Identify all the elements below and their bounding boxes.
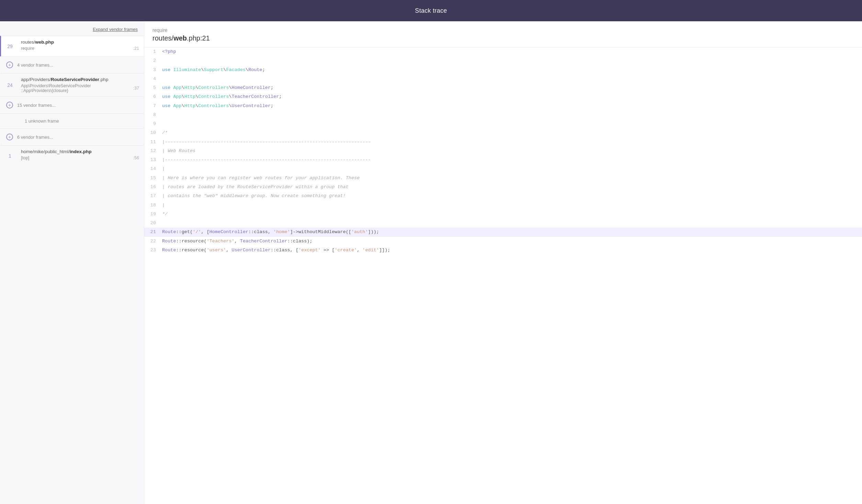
code-line-10: 10/*	[144, 128, 862, 137]
code-line-16: 16| routes are loaded by the RouteServic…	[144, 183, 862, 192]
line-number-13: 13	[144, 156, 162, 164]
frame-number-24: 24	[1, 73, 19, 96]
code-area: 1<?php2 3use Illuminate\Support\Facades\…	[144, 47, 862, 255]
line-code-16: | routes are loaded by the RouteServiceP…	[162, 183, 862, 192]
code-line-20: 20	[144, 219, 862, 228]
frame-item-1[interactable]: 1 home/mike/public_html/index.php [top] …	[0, 145, 144, 166]
frame-class-29: require	[21, 46, 34, 51]
line-number-11: 11	[144, 138, 162, 147]
code-line-4: 4	[144, 75, 862, 83]
code-line-5: 5use App\Http\Controllers\HomeController…	[144, 83, 862, 92]
unknown-frame-row: 1 unknown frame	[0, 113, 144, 128]
line-number-6: 6	[144, 92, 162, 101]
frame-item-29[interactable]: 29 routes/web.php require :21	[0, 36, 144, 56]
line-code-10: /*	[162, 128, 862, 137]
frame-meta-29: require :21	[21, 46, 139, 51]
line-number-14: 14	[144, 164, 162, 173]
line-number-4: 4	[144, 75, 162, 83]
line-code-11: |---------------------------------------…	[162, 138, 862, 147]
code-line-8: 8	[144, 111, 862, 119]
frame-class-1: [top]	[21, 156, 29, 160]
line-code-8	[162, 111, 862, 119]
code-line-2: 2	[144, 56, 862, 65]
line-code-1: <?php	[162, 47, 862, 56]
line-number-1: 1	[144, 47, 162, 56]
page-title: Stack trace	[415, 7, 447, 14]
code-line-7: 7use App\Http\Controllers\UserController…	[144, 102, 862, 111]
line-code-17: | contains the "web" middleware group. N…	[162, 192, 862, 201]
line-number-19: 19	[144, 210, 162, 219]
unknown-frame-label: 1 unknown frame	[25, 118, 59, 124]
line-number-20: 20	[144, 219, 162, 228]
line-number-12: 12	[144, 147, 162, 156]
stack-trace-panel: Expand vendor frames 29 routes/web.php r…	[0, 21, 144, 504]
plus-icon-4: +	[6, 61, 13, 68]
line-code-6: use App\Http\Controllers\TeacherControll…	[162, 92, 862, 101]
line-code-4	[162, 75, 862, 83]
line-number-9: 9	[144, 119, 162, 128]
code-line-1: 1<?php	[144, 47, 862, 56]
line-code-18: |	[162, 201, 862, 210]
line-code-21: Route::get('/', [HomeController::class, …	[162, 228, 862, 237]
code-file-title: routes/web.php:21	[152, 34, 854, 42]
line-code-23: Route::resource('users', UserController:…	[162, 246, 862, 255]
line-number-8: 8	[144, 111, 162, 119]
frame-file-suffix-24: .php	[99, 77, 108, 82]
line-number-16: 16	[144, 183, 162, 192]
line-code-5: use App\Http\Controllers\HomeController;	[162, 83, 862, 92]
line-code-19: */	[162, 210, 862, 219]
line-code-7: use App\Http\Controllers\UserController;	[162, 102, 862, 111]
frame-file-prefix-29: routes/	[21, 39, 35, 45]
frame-item-24[interactable]: 24 app/Providers/RouteServiceProvider.ph…	[0, 73, 144, 96]
code-header: require routes/web.php:21	[144, 21, 862, 47]
frame-file-bold-1: index.php	[70, 149, 92, 154]
code-line-12: 12| Web Routes	[144, 147, 862, 156]
expand-vendor-link[interactable]: Expand vendor frames	[93, 27, 138, 32]
code-line-23: 23Route::resource('users', UserControlle…	[144, 246, 862, 255]
line-number-3: 3	[144, 66, 162, 75]
frame-meta-1: [top] :56	[21, 156, 139, 160]
frame-content-1: home/mike/public_html/index.php [top] :5…	[19, 146, 144, 166]
line-number-17: 17	[144, 192, 162, 201]
line-code-14: |	[162, 164, 862, 173]
frame-line-24: :37	[133, 86, 139, 91]
line-code-12: | Web Routes	[162, 147, 862, 156]
line-number-15: 15	[144, 174, 162, 183]
vendor-group-6[interactable]: + 6 vendor frames...	[0, 128, 144, 145]
vendor-label-6: 6 vendor frames...	[17, 135, 53, 140]
code-line-17: 17| contains the "web" middleware group.…	[144, 192, 862, 201]
main-layout: Expand vendor frames 29 routes/web.php r…	[0, 21, 862, 504]
frame-meta-24: App\Providers\RouteServiceProvider::App\…	[21, 83, 139, 93]
code-line-11: 11|-------------------------------------…	[144, 138, 862, 147]
expand-vendor-container: Expand vendor frames	[0, 21, 144, 36]
line-number-21: 21	[144, 228, 162, 237]
code-panel: require routes/web.php:21 1<?php2 3use I…	[144, 21, 862, 504]
frame-file-bold-29: web.php	[35, 39, 54, 45]
vendor-group-4[interactable]: + 4 vendor frames...	[0, 56, 144, 73]
code-line-18: 18|	[144, 201, 862, 210]
vendor-group-15[interactable]: + 15 vendor frames...	[0, 96, 144, 113]
code-file-prefix: routes/	[152, 34, 173, 42]
line-code-9	[162, 119, 862, 128]
line-code-15: | Here is where you can register web rou…	[162, 174, 862, 183]
frame-content-29: routes/web.php require :21	[19, 36, 144, 56]
frame-file-1: home/mike/public_html/index.php	[21, 149, 139, 154]
line-code-13: |---------------------------------------…	[162, 156, 862, 164]
vendor-label-15: 15 vendor frames...	[17, 103, 56, 108]
code-line-3: 3use Illuminate\Support\Facades\Route;	[144, 66, 862, 75]
line-number-22: 22	[144, 237, 162, 246]
code-line-14: 14|	[144, 164, 862, 173]
code-require-label: require	[152, 27, 854, 33]
line-code-22: Route::resource('Teachers', TeacherContr…	[162, 237, 862, 246]
line-code-3: use Illuminate\Support\Facades\Route;	[162, 66, 862, 75]
line-number-10: 10	[144, 128, 162, 137]
frame-file-prefix-1: home/mike/public_html/	[21, 149, 70, 154]
code-file-bold: web	[173, 34, 187, 42]
header: Stack trace	[0, 0, 862, 21]
line-number-23: 23	[144, 246, 162, 255]
code-line-21: 21Route::get('/', [HomeController::class…	[144, 228, 862, 237]
frame-line-29: :21	[133, 46, 139, 51]
frame-content-24: app/Providers/RouteServiceProvider.php A…	[19, 73, 144, 96]
frame-line-1: :56	[133, 156, 139, 160]
line-number-7: 7	[144, 102, 162, 111]
